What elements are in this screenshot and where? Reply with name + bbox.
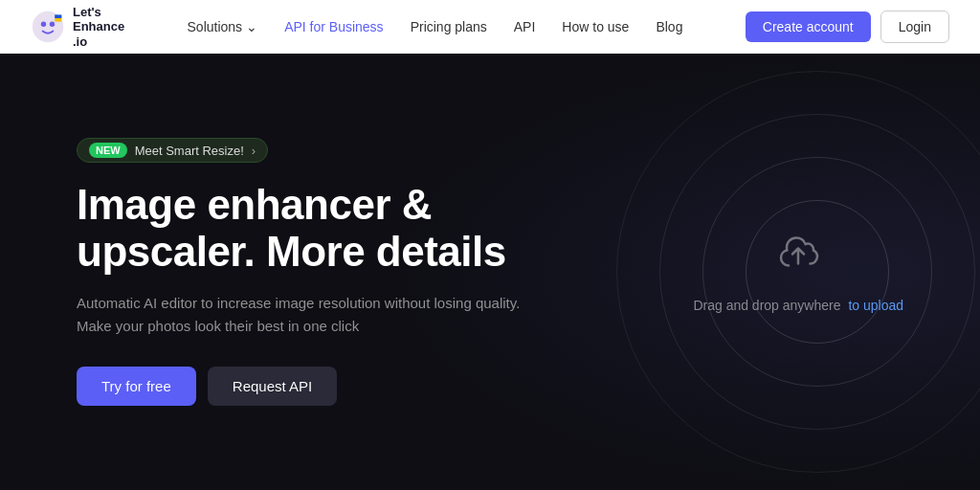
login-button[interactable]: Login [880,11,949,43]
request-api-button[interactable]: Request API [208,367,337,406]
nav-how-to-use[interactable]: How to use [562,19,629,34]
navbar: Let'sEnhance.io Solutions ⌄ API for Busi… [0,0,980,54]
svg-rect-3 [55,14,61,18]
badge-new-label: NEW [89,143,127,158]
nav-links: Solutions ⌄ API for Business Pricing pla… [188,19,683,34]
badge-arrow-icon: › [252,144,256,158]
svg-point-2 [50,22,55,27]
hero-description: Automatic AI editor to increase image re… [77,292,555,338]
upload-label: Drag and drop anywhere to upload [693,298,903,313]
new-badge[interactable]: NEW Meet Smart Resize! › [77,138,268,163]
nav-api[interactable]: API [514,19,536,34]
nav-solutions[interactable]: Solutions ⌄ [188,19,258,34]
hero-title: Image enhancer & upscaler. More details [77,182,555,275]
nav-api-for-business[interactable]: API for Business [284,19,384,34]
hero-section: Drag and drop anywhere to upload NEW Mee… [0,54,980,490]
upload-link[interactable]: to upload [848,298,903,313]
logo[interactable]: Let'sEnhance.io [31,5,124,50]
badge-text: Meet Smart Resize! [135,144,244,158]
hero-actions: Try for free Request API [77,367,555,406]
chevron-down-icon: ⌄ [246,19,257,34]
nav-pricing-plans[interactable]: Pricing plans [411,19,487,34]
svg-point-1 [41,22,46,27]
try-for-free-button[interactable]: Try for free [77,367,196,406]
upload-area[interactable]: Drag and drop anywhere to upload [693,232,903,313]
nav-actions: Create account Login [746,11,949,43]
logo-icon [31,10,65,44]
upload-cloud-icon [775,232,821,286]
logo-text: Let'sEnhance.io [73,5,124,50]
svg-rect-4 [55,18,61,22]
create-account-button[interactable]: Create account [746,11,871,42]
nav-blog[interactable]: Blog [656,19,682,34]
hero-content: NEW Meet Smart Resize! › Image enhancer … [0,138,555,406]
